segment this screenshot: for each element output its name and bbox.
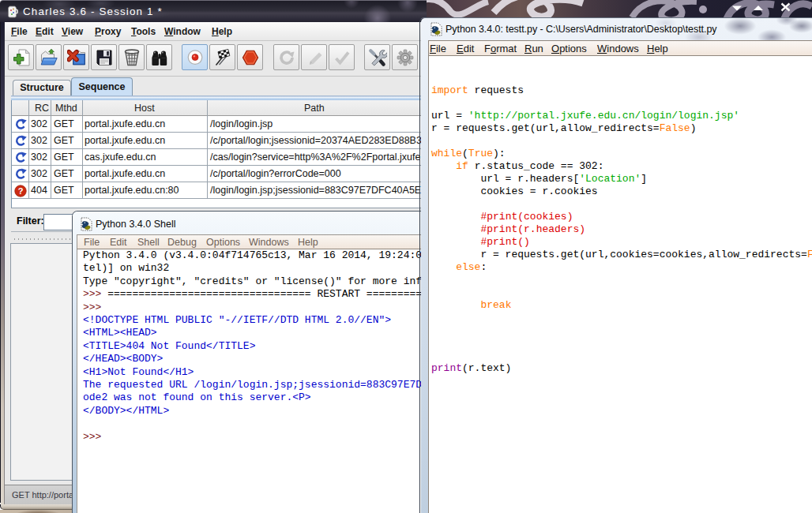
svg-text:?: ? [18, 186, 24, 196]
